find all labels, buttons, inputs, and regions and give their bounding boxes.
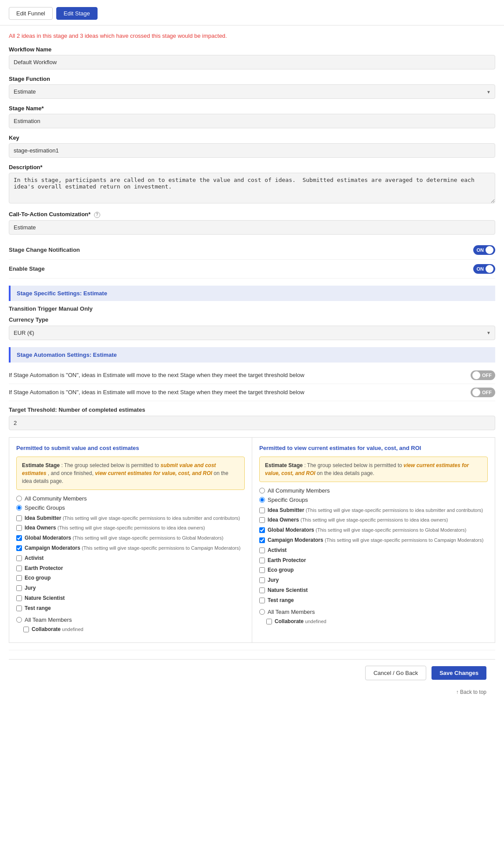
right-checkbox-4[interactable]: Activist bbox=[259, 547, 488, 554]
left-radio-all[interactable]: All Community Members bbox=[16, 495, 245, 502]
right-radio-all-input[interactable] bbox=[259, 488, 265, 493]
left-radio-all-input[interactable] bbox=[16, 496, 22, 501]
tab-edit-funnel[interactable]: Edit Funnel bbox=[9, 7, 53, 20]
enable-stage-toggle[interactable]: ON bbox=[473, 264, 496, 274]
right-radio-all[interactable]: All Community Members bbox=[259, 487, 488, 494]
left-radio-specific-label: Specific Groups bbox=[25, 504, 65, 511]
threshold-input[interactable] bbox=[9, 416, 495, 430]
left-checkbox-6[interactable]: Eco group bbox=[16, 574, 245, 582]
right-radio-specific[interactable]: Specific Groups bbox=[259, 497, 488, 503]
left-checkbox-2[interactable]: Global Moderators (This setting will giv… bbox=[16, 534, 245, 542]
left-radio-specific[interactable]: Specific Groups bbox=[16, 504, 245, 511]
right-checkbox-3[interactable]: Campaign Moderators (This setting will g… bbox=[259, 537, 488, 544]
left-checkbox-input-4[interactable] bbox=[16, 555, 22, 561]
right-checkbox-input-6[interactable] bbox=[259, 567, 265, 573]
stage-function-select[interactable]: Estimate bbox=[9, 84, 495, 99]
left-checkbox-1[interactable]: Idea Owners (This setting will give stag… bbox=[16, 524, 245, 532]
stage-function-label: Stage Function bbox=[9, 76, 495, 82]
right-checkbox-9[interactable]: Test range bbox=[259, 597, 488, 604]
right-checkbox-label-9: Test range bbox=[268, 597, 294, 604]
left-checkbox-input-9[interactable] bbox=[16, 606, 22, 611]
left-team-checkbox-0[interactable]: Collaborate undefined bbox=[23, 626, 245, 633]
automation-toggle-2-text: OFF bbox=[482, 390, 492, 395]
left-checkbox-5[interactable]: Earth Protector bbox=[16, 565, 245, 572]
right-checkbox-8[interactable]: Nature Scientist bbox=[259, 587, 488, 594]
left-checkbox-7[interactable]: Jury bbox=[16, 584, 245, 592]
description-textarea[interactable]: In this stage, participants are called o… bbox=[9, 173, 495, 203]
left-checkbox-label-1: Idea Owners (This setting will give stag… bbox=[25, 524, 205, 532]
left-checkbox-label-2: Global Moderators (This setting will giv… bbox=[25, 534, 223, 542]
cancel-button[interactable]: Cancel / Go Back bbox=[365, 666, 426, 680]
left-checkbox-label-5: Earth Protector bbox=[25, 565, 63, 572]
workflow-name-label: Workflow Name bbox=[9, 46, 495, 53]
left-radio-team[interactable]: All Team Members bbox=[16, 617, 245, 623]
left-checkboxes: Idea Submitter (This setting will give s… bbox=[16, 515, 245, 612]
left-checkbox-input-5[interactable] bbox=[16, 566, 22, 571]
enable-stage-row: Enable Stage ON bbox=[9, 260, 495, 279]
stage-change-notification-toggle[interactable]: ON bbox=[473, 245, 496, 255]
right-checkbox-input-7[interactable] bbox=[259, 577, 265, 583]
right-checkbox-input-0[interactable] bbox=[259, 508, 265, 513]
left-checkbox-input-7[interactable] bbox=[16, 585, 22, 591]
stage-change-notification-row: Stage Change Notification ON bbox=[9, 241, 495, 260]
right-team-checkbox-input-0[interactable] bbox=[266, 619, 272, 624]
left-radio-team-input[interactable] bbox=[16, 617, 22, 623]
cta-info-icon[interactable]: ? bbox=[94, 212, 100, 218]
left-panel-header: Permitted to submit value and cost estim… bbox=[16, 445, 245, 451]
save-button[interactable]: Save Changes bbox=[431, 666, 486, 680]
right-checkbox-1[interactable]: Idea Owners (This setting will give stag… bbox=[259, 516, 488, 524]
right-checkbox-7[interactable]: Jury bbox=[259, 577, 488, 584]
left-checkbox-input-0[interactable] bbox=[16, 515, 22, 521]
left-radio-specific-input[interactable] bbox=[16, 505, 22, 511]
cta-input[interactable] bbox=[9, 220, 495, 235]
left-checkbox-3[interactable]: Campaign Moderators (This setting will g… bbox=[16, 544, 245, 552]
automation-toggle-1[interactable]: OFF bbox=[471, 370, 495, 380]
left-checkbox-8[interactable]: Nature Scientist bbox=[16, 595, 245, 602]
right-checkbox-2[interactable]: Global Moderators (This setting will giv… bbox=[259, 526, 488, 534]
currency-select[interactable]: EUR (€) bbox=[9, 326, 495, 340]
content-area: All 2 ideas in this stage and 3 ideas wh… bbox=[0, 25, 504, 705]
right-checkbox-input-3[interactable] bbox=[259, 537, 265, 543]
right-info-text1: : The group selected below is permitted … bbox=[304, 462, 403, 468]
right-checkbox-5[interactable]: Earth Protector bbox=[259, 557, 488, 564]
currency-label: Currency Type bbox=[9, 316, 495, 323]
transition-trigger-label: Transition Trigger Manual Only bbox=[9, 305, 495, 312]
toggle-on-text: ON bbox=[477, 247, 484, 253]
right-checkbox-input-5[interactable] bbox=[259, 558, 265, 563]
right-checkbox-input-4[interactable] bbox=[259, 548, 265, 553]
right-info-box: Estimate Stage : The group selected belo… bbox=[259, 457, 488, 482]
right-radio-team-label: All Team Members bbox=[268, 609, 315, 615]
description-group: Description* In this stage, participants… bbox=[9, 164, 495, 205]
toggle-knob bbox=[486, 246, 493, 254]
left-checkbox-9[interactable]: Test range bbox=[16, 605, 245, 612]
left-checkbox-input-8[interactable] bbox=[16, 595, 22, 601]
left-checkbox-4[interactable]: Activist bbox=[16, 555, 245, 562]
right-radio-team[interactable]: All Team Members bbox=[259, 609, 488, 615]
right-checkbox-input-8[interactable] bbox=[259, 588, 265, 593]
right-checkbox-label-4: Activist bbox=[268, 547, 286, 554]
right-checkbox-input-9[interactable] bbox=[259, 598, 265, 603]
left-checkbox-input-6[interactable] bbox=[16, 575, 22, 581]
automation-toggle-2-knob bbox=[472, 388, 480, 396]
right-checkbox-input-1[interactable] bbox=[259, 517, 265, 523]
right-checkbox-0[interactable]: Idea Submitter (This setting will give s… bbox=[259, 507, 488, 514]
right-radio-specific-input[interactable] bbox=[259, 497, 265, 503]
right-checkbox-label-7: Jury bbox=[268, 577, 279, 584]
automation-header: Stage Automation Settings: Estimate bbox=[9, 347, 495, 363]
automation-toggle-2[interactable]: OFF bbox=[471, 388, 495, 397]
left-info-bold: Estimate Stage bbox=[22, 462, 60, 468]
left-checkbox-input-1[interactable] bbox=[16, 525, 22, 531]
left-checkbox-0[interactable]: Idea Submitter (This setting will give s… bbox=[16, 515, 245, 522]
right-checkbox-6[interactable]: Eco group bbox=[259, 566, 488, 574]
right-radio-team-input[interactable] bbox=[259, 609, 265, 615]
stage-name-input[interactable] bbox=[9, 114, 495, 128]
back-to-top-link[interactable]: ↑ Back to top bbox=[456, 689, 486, 695]
page-wrapper: Edit Funnel Edit Stage All 2 ideas in th… bbox=[0, 0, 504, 845]
right-checkbox-label-8: Nature Scientist bbox=[268, 587, 308, 594]
left-team-checkbox-input-0[interactable] bbox=[23, 627, 29, 632]
left-checkbox-input-2[interactable] bbox=[16, 535, 22, 541]
tab-edit-stage[interactable]: Edit Stage bbox=[56, 7, 98, 20]
right-team-checkbox-0[interactable]: Collaborate undefined bbox=[266, 618, 488, 625]
left-checkbox-input-3[interactable] bbox=[16, 545, 22, 551]
right-checkbox-input-2[interactable] bbox=[259, 527, 265, 533]
